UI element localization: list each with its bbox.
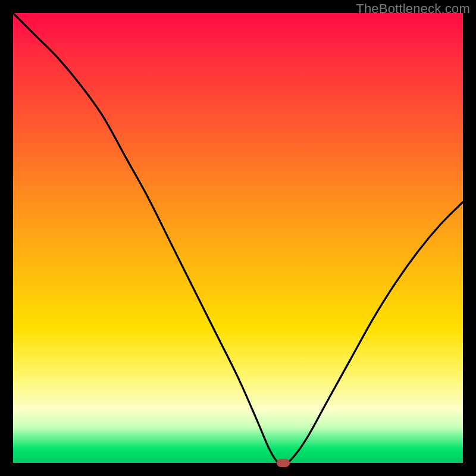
plot-area bbox=[13, 13, 463, 463]
chart-frame: TheBottleneck.com bbox=[0, 0, 476, 476]
bottleneck-curve bbox=[13, 13, 463, 463]
optimum-marker bbox=[277, 459, 290, 467]
